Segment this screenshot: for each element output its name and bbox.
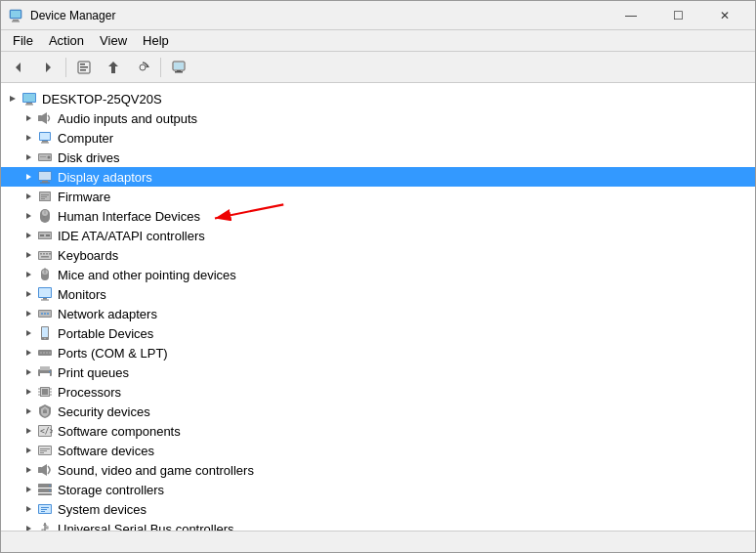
usb-icon xyxy=(36,521,54,531)
tree-item-portable[interactable]: Portable Devices xyxy=(1,323,755,343)
softcomp-expand[interactable] xyxy=(21,423,36,439)
storage-label: Storage controllers xyxy=(58,483,164,497)
monitors-expand[interactable] xyxy=(21,286,36,302)
tree-item-mice[interactable]: Mice and other pointing devices xyxy=(1,265,755,284)
menu-view[interactable]: View xyxy=(92,31,135,50)
tree-item-display[interactable]: Display adaptors xyxy=(1,167,755,187)
network-expand[interactable] xyxy=(21,306,36,321)
security-expand[interactable] xyxy=(21,404,36,419)
menu-file[interactable]: File xyxy=(5,31,41,50)
tree-item-audio[interactable]: Audio inputs and outputs xyxy=(1,108,755,128)
audio-expand[interactable] xyxy=(21,110,36,126)
tree-item-ports[interactable]: Ports (COM & LPT) xyxy=(1,343,755,362)
usb-expand[interactable] xyxy=(21,521,36,531)
monitor-button[interactable] xyxy=(165,55,192,80)
maximize-button[interactable]: ☐ xyxy=(655,1,700,30)
tree-item-processors[interactable]: Processors xyxy=(1,382,755,402)
hid-expand[interactable] xyxy=(21,208,36,224)
svg-rect-37 xyxy=(39,172,51,180)
svg-rect-14 xyxy=(177,70,181,71)
print-expand[interactable] xyxy=(21,364,36,380)
svg-marker-118 xyxy=(26,467,31,473)
tree-item-disk[interactable]: Disk drives xyxy=(1,148,755,167)
sound-expand[interactable] xyxy=(21,462,36,478)
mice-icon xyxy=(36,267,54,282)
system-expand[interactable] xyxy=(21,501,36,517)
svg-marker-121 xyxy=(26,487,31,492)
tree-item-softcomp[interactable]: </> Software components xyxy=(1,421,755,441)
minimize-button[interactable]: — xyxy=(609,1,653,30)
root-expand-icon[interactable] xyxy=(5,91,21,106)
computer-device-icon xyxy=(36,130,54,146)
menu-help[interactable]: Help xyxy=(135,31,177,50)
audio-icon xyxy=(36,110,54,126)
portable-expand[interactable] xyxy=(21,325,36,341)
tree-item-monitors[interactable]: Monitors xyxy=(1,284,755,304)
svg-rect-72 xyxy=(43,298,47,300)
tree-item-system[interactable]: System devices xyxy=(1,499,755,519)
properties-button[interactable] xyxy=(70,55,98,80)
update-driver-button[interactable] xyxy=(100,55,127,80)
keyboards-expand[interactable] xyxy=(21,247,36,263)
disk-label: Disk drives xyxy=(58,150,120,165)
svg-rect-34 xyxy=(40,156,46,157)
svg-marker-108 xyxy=(26,428,31,434)
svg-marker-46 xyxy=(26,213,31,219)
display-expand[interactable] xyxy=(21,169,36,185)
window-title: Device Manager xyxy=(30,9,609,22)
svg-point-78 xyxy=(44,313,46,315)
computer-expand[interactable] xyxy=(21,130,36,146)
network-icon xyxy=(36,306,54,321)
ide-label: IDE ATA/ATAPI controllers xyxy=(58,229,205,243)
close-button[interactable]: ✕ xyxy=(702,1,747,30)
svg-rect-62 xyxy=(49,253,51,255)
disk-expand[interactable] xyxy=(21,149,36,165)
tree-item-print[interactable]: Print queues xyxy=(1,362,755,382)
tree-item-computer[interactable]: Computer xyxy=(1,128,755,148)
svg-marker-56 xyxy=(26,252,31,258)
tree-item-network[interactable]: Network adapters xyxy=(1,304,755,323)
tree-item-storage[interactable]: Storage controllers xyxy=(1,480,755,499)
svg-marker-17 xyxy=(10,96,16,102)
tree-root[interactable]: DESKTOP-25QV20S xyxy=(1,89,755,108)
softdev-expand[interactable] xyxy=(21,443,36,458)
storage-expand[interactable] xyxy=(21,482,36,497)
svg-rect-73 xyxy=(41,300,49,301)
back-button[interactable] xyxy=(5,55,32,80)
content-area[interactable]: DESKTOP-25QV20S Audio inputs and o xyxy=(1,83,755,531)
menu-action[interactable]: Action xyxy=(41,31,92,50)
processors-expand[interactable] xyxy=(21,384,36,400)
svg-rect-8 xyxy=(80,66,88,68)
forward-button[interactable] xyxy=(34,55,62,80)
svg-rect-61 xyxy=(46,253,48,255)
firmware-expand[interactable] xyxy=(21,189,36,204)
mice-expand[interactable] xyxy=(21,267,36,282)
svg-rect-28 xyxy=(42,141,48,143)
tree-item-security[interactable]: Security devices xyxy=(1,402,755,421)
storage-icon xyxy=(36,482,54,497)
svg-point-87 xyxy=(43,352,45,354)
svg-point-89 xyxy=(49,352,51,354)
svg-point-12 xyxy=(140,64,146,70)
window-controls: — ☐ ✕ xyxy=(609,1,747,30)
tree-item-ide[interactable]: IDE ATA/ATAPI controllers xyxy=(1,226,755,245)
svg-rect-59 xyxy=(40,253,42,255)
tree-item-sound[interactable]: Sound, video and game controllers xyxy=(1,460,755,480)
svg-rect-92 xyxy=(40,366,50,370)
mice-label: Mice and other pointing devices xyxy=(58,268,236,282)
tree-item-usb[interactable]: Universal Serial Bus controllers xyxy=(1,519,755,531)
svg-point-125 xyxy=(49,485,51,487)
softcomp-label: Software components xyxy=(58,424,181,439)
ports-expand[interactable] xyxy=(21,345,36,361)
svg-marker-64 xyxy=(26,272,31,277)
tree-item-firmware[interactable]: Firmware xyxy=(1,187,755,206)
tree-item-hid[interactable]: Human Interface Devices xyxy=(1,206,755,226)
tree-item-keyboards[interactable]: Keyboards xyxy=(1,245,755,265)
svg-text:</>: </> xyxy=(40,427,53,436)
scan-button[interactable] xyxy=(129,55,156,80)
tree-item-softdev[interactable]: Software devices xyxy=(1,441,755,460)
toolbar-separator-1 xyxy=(65,58,66,77)
ide-expand[interactable] xyxy=(21,228,36,243)
processors-label: Processors xyxy=(58,385,121,400)
computer-icon xyxy=(21,91,38,106)
